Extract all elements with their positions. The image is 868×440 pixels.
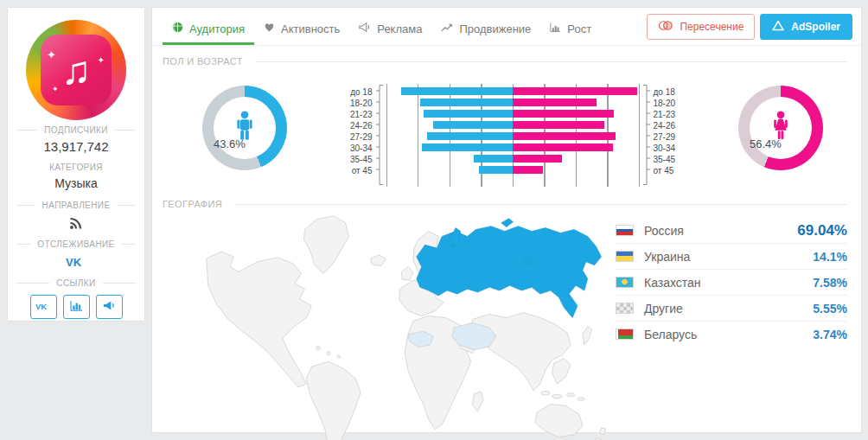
country-flag-icon bbox=[616, 328, 634, 340]
male-percent-label: 43.6% bbox=[214, 137, 246, 150]
gender-age-charts: 43.6% до 1818-2021-2324-2627-2930-3435-4… bbox=[152, 67, 861, 188]
country-name: Россия bbox=[644, 224, 684, 238]
svg-text:VK: VK bbox=[66, 256, 82, 269]
geo-country-row: Россия 69.04% bbox=[616, 218, 847, 244]
community-avatar: ♫ ✦ ✦ ✦ bbox=[26, 20, 126, 120]
tab-audience[interactable]: Аудитория bbox=[163, 16, 254, 45]
analytics-dashboard: { "sidebar": { "subscribers_label": "ПОД… bbox=[0, 0, 868, 440]
country-name: Беларусь bbox=[644, 328, 697, 341]
direction-label: НАПРАВЛЕНИЕ bbox=[16, 201, 136, 210]
tab-label: Продвижение bbox=[459, 22, 531, 35]
age-labels-left: до 1818-2021-2324-2627-2930-3435-45от 45 bbox=[347, 84, 373, 176]
adspoiler-button[interactable]: AdSpoiler bbox=[760, 14, 852, 40]
country-percent: 14.1% bbox=[813, 250, 847, 264]
tab-label: Аудитория bbox=[189, 22, 245, 35]
intersection-label: Пересечение bbox=[680, 21, 744, 33]
country-flag-icon bbox=[616, 251, 634, 262]
male-donut-chart: 43.6% bbox=[202, 86, 287, 170]
geo-country-row: Беларусь 3.74% bbox=[616, 322, 847, 347]
adspoiler-label: AdSpoiler bbox=[791, 21, 840, 33]
country-name: Другие bbox=[644, 302, 683, 316]
geo-list: Россия 69.04% Украина 14.1% Казахстан 7.… bbox=[616, 218, 847, 347]
star-icon: ✦ bbox=[98, 55, 105, 65]
profile-card: ♫ ✦ ✦ ✦ ПОДПИСЧИКИ 13,917,742 КАТЕГОРИЯ … bbox=[7, 7, 145, 322]
tab-activity[interactable]: Активность bbox=[254, 16, 349, 45]
tab-growth[interactable]: Рост bbox=[540, 16, 601, 45]
growth-icon bbox=[550, 22, 561, 35]
vk-icon[interactable]: VK bbox=[8, 254, 144, 270]
vk-link-button[interactable]: VK bbox=[30, 295, 57, 319]
female-percent-label: 56.4% bbox=[750, 137, 782, 150]
tab-label: Реклама bbox=[377, 22, 422, 35]
country-name: Украина bbox=[644, 250, 690, 264]
geo-country-row: Казахстан 7.58% bbox=[616, 270, 847, 296]
subscribers-label: ПОДПИСЧИКИ bbox=[16, 125, 136, 135]
world-map bbox=[201, 211, 616, 440]
megaphone-icon bbox=[359, 22, 371, 35]
age-labels-right: до 1818-2021-2324-2627-2930-3435-45от 45 bbox=[654, 84, 680, 176]
intersection-button[interactable]: Пересечение bbox=[647, 14, 755, 40]
vk-icon: VK bbox=[35, 299, 51, 315]
stats-link-button[interactable] bbox=[63, 295, 90, 319]
music-note-icon: ♫ bbox=[61, 50, 92, 90]
links-row: VK bbox=[8, 295, 144, 319]
geo-country-row: Другие 5.55% bbox=[616, 296, 847, 322]
right-axis-bracket bbox=[642, 84, 651, 186]
tab-label: Рост bbox=[567, 22, 591, 35]
country-flag-icon bbox=[616, 303, 634, 314]
tabs-bar: Аудитория Активность Реклама Продвижение… bbox=[152, 8, 861, 46]
heart-icon bbox=[264, 22, 275, 35]
megaphone-icon bbox=[103, 299, 116, 315]
category-label: КАТЕГОРИЯ bbox=[16, 163, 136, 172]
tab-promotion[interactable]: Продвижение bbox=[431, 16, 540, 45]
country-flag-icon bbox=[616, 277, 634, 288]
ads-link-button[interactable] bbox=[96, 295, 123, 319]
country-flag-icon bbox=[616, 225, 634, 236]
star-icon: ✦ bbox=[47, 48, 56, 61]
country-percent: 7.58% bbox=[813, 276, 847, 290]
rss-icon bbox=[8, 215, 144, 231]
category-value: Музыка bbox=[8, 176, 144, 190]
tracking-label: ОТСЛЕЖИВАНИЕ bbox=[16, 239, 136, 249]
female-donut-chart: 56.4% bbox=[738, 86, 823, 170]
country-percent: 5.55% bbox=[813, 302, 847, 316]
svg-text:VK: VK bbox=[35, 302, 47, 311]
music-note-avatar: ♫ ✦ ✦ ✦ bbox=[41, 35, 112, 105]
country-name: Казахстан bbox=[644, 276, 701, 290]
section-geography-header: ГЕОГРАФИЯ bbox=[163, 199, 847, 209]
geography-section: Россия 69.04% Украина 14.1% Казахстан 7.… bbox=[152, 209, 861, 440]
age-bars bbox=[386, 84, 640, 187]
trend-icon bbox=[441, 22, 453, 35]
stats-icon bbox=[70, 299, 83, 315]
adspoiler-logo-icon bbox=[772, 20, 784, 34]
venn-icon bbox=[658, 20, 673, 34]
geo-country-row: Украина 14.1% bbox=[616, 244, 847, 270]
country-percent: 3.74% bbox=[813, 328, 847, 341]
age-pyramid-chart: до 1818-2021-2324-2627-2930-3435-45от 45… bbox=[347, 84, 680, 187]
tab-label: Активность bbox=[281, 22, 340, 35]
globe-icon bbox=[172, 22, 183, 35]
star-icon: ✦ bbox=[52, 85, 59, 93]
analytics-panel: Аудитория Активность Реклама Продвижение… bbox=[151, 7, 862, 433]
section-gender-age-header: ПОЛ И ВОЗРАСТ bbox=[163, 56, 847, 67]
country-percent: 69.04% bbox=[797, 222, 847, 239]
subscribers-count: 13,917,742 bbox=[8, 139, 144, 154]
links-label: ССЫЛКИ bbox=[16, 278, 136, 288]
header-buttons: Пересечение AdSpoiler bbox=[647, 14, 852, 40]
map-russia-highlight bbox=[417, 219, 602, 318]
left-axis-bracket bbox=[375, 84, 384, 186]
tab-ads[interactable]: Реклама bbox=[349, 16, 431, 45]
